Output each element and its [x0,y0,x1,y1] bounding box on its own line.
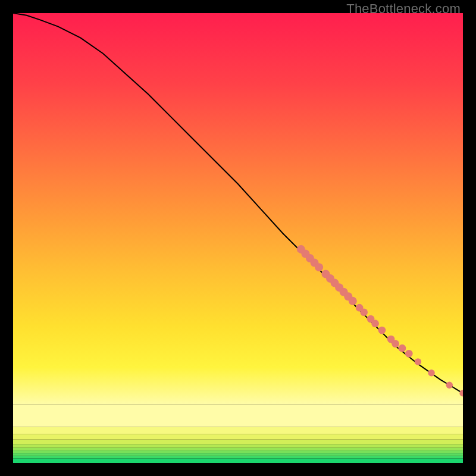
data-marker [349,297,357,305]
chart-frame [13,13,463,463]
data-marker [405,350,413,358]
data-marker [371,320,379,327]
data-marker [399,345,406,352]
data-marker [415,358,421,365]
color-band [13,444,463,447]
color-band [13,450,463,453]
color-band [13,440,463,444]
data-marker [378,327,386,334]
data-marker [446,381,453,388]
color-band [13,447,463,450]
color-band [13,456,463,459]
bottleneck-chart [13,13,463,463]
data-marker [360,308,368,316]
color-band [13,458,463,463]
color-band [13,405,463,427]
color-band [13,434,463,440]
data-marker [392,340,399,347]
data-marker [428,369,434,376]
watermark-text: TheBottleneck.com [346,1,461,17]
color-band [13,427,463,434]
data-marker [315,263,323,271]
color-band [13,453,463,456]
